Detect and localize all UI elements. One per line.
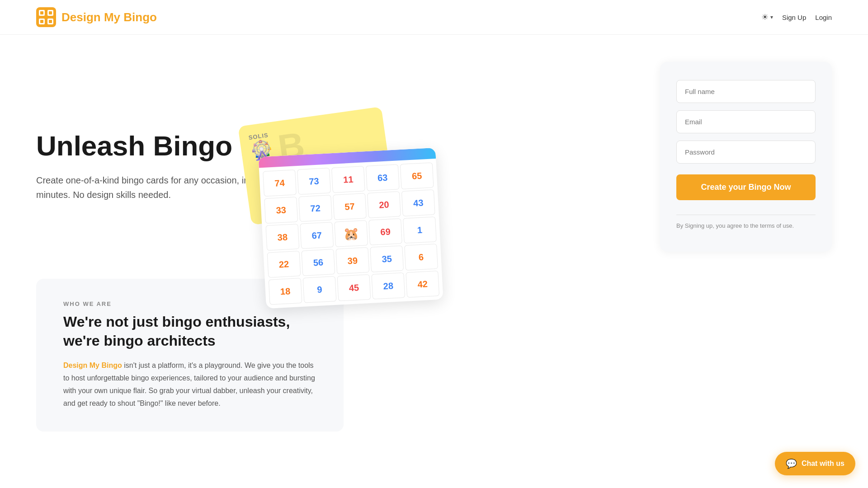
bingo-cell: 🐹: [334, 220, 368, 247]
login-link[interactable]: Login: [815, 14, 832, 21]
bingo-cell: 57: [333, 193, 367, 220]
email-input[interactable]: [676, 110, 816, 133]
signup-link[interactable]: Sign Up: [782, 14, 806, 21]
email-group: [676, 110, 816, 133]
password-input[interactable]: [676, 141, 816, 164]
bingo-cell: 22: [267, 251, 301, 278]
bingo-cell: 73: [297, 168, 331, 195]
brand-highlight: Design My Bingo: [63, 361, 122, 369]
bingo-grid: 747311636533725720433867🐹691225639356189…: [259, 159, 443, 309]
bingo-cell: 9: [303, 276, 337, 303]
chat-icon: 💬: [786, 458, 797, 469]
svg-rect-7: [40, 20, 43, 23]
nav-right: ☀ ▾ Sign Up Login: [761, 12, 832, 22]
bingo-cell: 1: [403, 216, 437, 244]
bingo-cell: 63: [366, 164, 400, 191]
create-bingo-button[interactable]: Create your Bingo Now: [676, 174, 816, 200]
svg-rect-8: [49, 20, 52, 23]
fullname-input[interactable]: [676, 80, 816, 103]
bingo-cell: 38: [265, 224, 299, 251]
bingo-card-main: 747311636533725720433867🐹691225639356189…: [258, 148, 443, 309]
signup-form-card: Create your Bingo Now By Signing up, you…: [660, 62, 832, 252]
terms-text: By Signing up, you agree to the terms of…: [676, 222, 816, 229]
fullname-group: [676, 80, 816, 103]
logo-icon: [36, 7, 56, 27]
bingo-cell: 65: [400, 162, 434, 189]
bingo-cell: 28: [371, 272, 405, 300]
svg-rect-6: [49, 11, 52, 14]
bingo-cell: 67: [300, 222, 334, 249]
form-divider: [676, 215, 816, 215]
bingo-cell: 69: [368, 218, 402, 245]
password-group: [676, 141, 816, 164]
main-section: Unleash Bingo Bliss! Create one-of-a-kin…: [0, 35, 868, 270]
chat-label: Chat with us: [802, 460, 844, 468]
bingo-cell: 35: [370, 245, 404, 272]
who-body: Design My Bingo isn't just a platform, i…: [63, 359, 316, 410]
logo-text: Design My Bingo: [61, 10, 157, 24]
svg-rect-5: [40, 11, 43, 14]
bingo-cell: 11: [331, 166, 365, 193]
bingo-cell: 56: [301, 249, 335, 276]
bingo-cell: 45: [337, 274, 371, 301]
header: Design My Bingo ☀ ▾ Sign Up Login: [0, 0, 868, 35]
bingo-cell: 74: [263, 169, 297, 197]
bingo-cell: 39: [335, 247, 369, 274]
bingo-cell: 42: [406, 271, 439, 298]
who-title: We're not just bingo enthusiasts, we're …: [63, 313, 316, 350]
chat-widget[interactable]: 💬 Chat with us: [775, 452, 855, 475]
bingo-cell: 43: [401, 189, 435, 216]
chevron-down-icon: ▾: [770, 14, 773, 20]
hero-subtitle: Create one-of-a-kind bingo cards for any…: [36, 173, 253, 202]
bingo-visual-area: SOLIS 🎡 B 747311636533725720433867🐹69122…: [244, 116, 470, 306]
bingo-cell: 72: [298, 195, 332, 222]
sun-icon: ☀: [761, 12, 769, 22]
logo-area: Design My Bingo: [36, 7, 157, 27]
bingo-cell: 18: [269, 278, 302, 305]
theme-toggle[interactable]: ☀ ▾: [761, 12, 773, 22]
bingo-cell: 6: [404, 244, 438, 271]
bingo-cell: 33: [264, 197, 298, 224]
bingo-cell: 20: [367, 191, 401, 218]
